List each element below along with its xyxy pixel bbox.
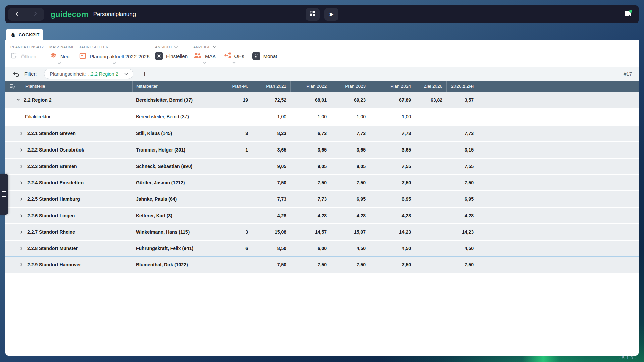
cell-ziel_2026 bbox=[415, 241, 446, 256]
cell-mitarbeiter: Winkelmann, Hans (115) bbox=[132, 224, 221, 240]
column-header-planstelle[interactable]: Planstelle bbox=[5, 81, 132, 92]
table-row[interactable]: 2.2 Region 2Bereichsleiter, Bernd (37)19… bbox=[5, 92, 639, 108]
table-row[interactable]: FilialdirektorBereichsleiter, Bernd (37)… bbox=[5, 108, 639, 125]
column-header-plan_2023[interactable]: Plan 2023 bbox=[331, 81, 370, 92]
back-button[interactable] bbox=[8, 8, 26, 21]
cell-plan_2023: 1,00 bbox=[331, 108, 370, 125]
table-row[interactable]: 2.2.5 Standort HamburgJahnke, Paula (64)… bbox=[5, 190, 639, 207]
yearfilter-button[interactable]: Planung aktuell 2022-2026 bbox=[79, 52, 149, 64]
history-nav bbox=[8, 8, 44, 21]
filter-bar: Filter: Planungseinheit: ..2.2 Region 2 … bbox=[5, 67, 639, 81]
add-filter-button[interactable]: + bbox=[142, 70, 147, 78]
version-label: - 5.1.0 - bbox=[619, 355, 637, 360]
cell-plan_2024: 6,95 bbox=[370, 191, 415, 207]
oes-button[interactable]: OEs bbox=[224, 52, 244, 63]
topbar-divider bbox=[617, 10, 617, 18]
chevron-down-icon bbox=[232, 60, 236, 63]
cell-delta_2026: 7,50 bbox=[446, 257, 478, 273]
column-header-label: Plan 2021 bbox=[266, 84, 286, 89]
table-row[interactable]: 2.2.2 Standort OsnabrückTrommer, Holger … bbox=[5, 141, 639, 158]
cell-mitarbeiter: Trommer, Holger (301) bbox=[132, 142, 221, 158]
cell-delta_2026: 4,50 bbox=[446, 241, 478, 256]
folder-open-icon bbox=[10, 52, 18, 61]
mak-button[interactable]: MAK bbox=[193, 52, 216, 63]
calendar-icon bbox=[79, 52, 87, 61]
cell-plan_2023: 7,73 bbox=[331, 126, 370, 141]
table-row[interactable]: 2.2.1 Standort GrevenStill, Klaus (145)3… bbox=[5, 125, 639, 141]
list-check-icon[interactable] bbox=[10, 83, 16, 89]
chevron-right-icon[interactable] bbox=[19, 181, 24, 185]
column-header-label: Mitarbeiter bbox=[136, 84, 158, 89]
table-row[interactable]: 2.2.7 Standort RheineWinkelmann, Hans (1… bbox=[5, 223, 639, 240]
favorites-button[interactable]: ♥ bbox=[324, 8, 338, 21]
column-header-plan_2021[interactable]: Plan 2021 bbox=[252, 81, 290, 92]
column-header-delta_2026[interactable]: 2026 Δ Ziel bbox=[446, 81, 478, 92]
table-row[interactable]: 2.2.6 Standort LingenKetterer, Karl (3)4… bbox=[5, 207, 639, 223]
settings-button[interactable]: Einstellen bbox=[155, 52, 188, 60]
column-header-mitarbeiter[interactable]: Mitarbeiter bbox=[132, 81, 221, 92]
side-panel-handle[interactable] bbox=[0, 174, 8, 215]
cell-delta_2026: 7,73 bbox=[446, 126, 478, 141]
cell-plan_2021: 1,00 bbox=[252, 108, 290, 125]
record-counter: #17 bbox=[624, 71, 632, 77]
cell-plan_2021: 8,50 bbox=[252, 241, 290, 256]
chevron-right-icon[interactable] bbox=[19, 246, 24, 251]
oes-label: OEs bbox=[234, 53, 244, 59]
cell-delta_2026: 14,23 bbox=[446, 224, 478, 240]
planungseinheit-dropdown[interactable]: Planungseinheit: ..2.2 Region 2 bbox=[44, 69, 133, 79]
table-row[interactable]: 2.2.8 Standort MünsterFührungskraft, Fel… bbox=[5, 240, 639, 256]
cell-plan_m: 3 bbox=[221, 224, 252, 240]
chevron-right-icon[interactable] bbox=[19, 262, 24, 267]
cell-plan_2022: 7,50 bbox=[290, 257, 331, 273]
cell-ziel_2026 bbox=[415, 159, 446, 174]
column-header-plan_m[interactable]: Plan-M. bbox=[221, 81, 252, 92]
chevron-right-icon[interactable] bbox=[19, 197, 24, 201]
column-header-ziel_2026[interactable]: Ziel 2026 bbox=[415, 81, 446, 92]
table-row[interactable]: 2.2.3 Standort BremenSchneck, Sebastian … bbox=[5, 158, 639, 174]
cell-plan_2022: 4,28 bbox=[290, 208, 331, 223]
cell-plan_2024: 4,28 bbox=[370, 208, 415, 223]
cell-plan_2023: 3,65 bbox=[331, 142, 370, 158]
chevron-right-icon[interactable] bbox=[19, 148, 24, 152]
new-button[interactable]: Neu bbox=[49, 52, 70, 64]
cell-plan_2023: 6,95 bbox=[331, 191, 370, 207]
month-label: Monat bbox=[263, 53, 277, 59]
table-row[interactable]: 2.2.4 Standort EmsdettenGürtler, Jasmin … bbox=[5, 174, 639, 190]
chevron-right-icon[interactable] bbox=[19, 164, 24, 169]
cell-planstelle: 2.2.9 Standort Hannover bbox=[5, 257, 132, 273]
toolbar-group-jahresfilter: JAHRESFILTER Planung aktuell 2022-2026 bbox=[79, 40, 149, 64]
cell-plan_m bbox=[221, 257, 252, 273]
chevron-down-icon[interactable] bbox=[16, 98, 20, 102]
cell-plan_2023: 8,05 bbox=[331, 159, 370, 174]
group-label-dropdown[interactable]: ANSICHT bbox=[155, 45, 188, 49]
chevron-right-icon bbox=[33, 11, 38, 17]
column-header-label: Plan 2022 bbox=[306, 84, 327, 89]
cell-ziel_2026 bbox=[415, 224, 446, 240]
chevron-down-icon bbox=[121, 71, 128, 77]
column-header-plan_2022[interactable]: Plan 2022 bbox=[290, 81, 331, 92]
cell-delta_2026: 4,28 bbox=[446, 208, 478, 223]
toolbar-group-anzeige: ANZEIGE MAK bbox=[193, 40, 277, 63]
forward-button[interactable] bbox=[26, 8, 44, 21]
group-label: JAHRESFILTER bbox=[79, 45, 149, 49]
cell-plan_m bbox=[221, 191, 252, 207]
cell-plan_2022: 14,57 bbox=[290, 224, 331, 240]
cell-ziel_2026 bbox=[415, 208, 446, 223]
app-title: Personalplanung bbox=[93, 11, 136, 18]
month-button[interactable]: Monat bbox=[252, 52, 277, 63]
column-header-plan_2024[interactable]: Plan 2024 bbox=[370, 81, 415, 92]
cell-ziel_2026 bbox=[415, 142, 446, 158]
cell-plan_2024: 3,65 bbox=[370, 142, 415, 158]
chevron-right-icon[interactable] bbox=[19, 230, 24, 234]
table-row[interactable]: 2.2.9 Standort HannoverBlumenthal, Dirk … bbox=[5, 256, 639, 273]
cell-plan_2021: 72,52 bbox=[252, 92, 290, 108]
chevron-right-icon[interactable] bbox=[19, 131, 24, 136]
new-label: Neu bbox=[60, 54, 70, 59]
open-button[interactable]: Öffnen bbox=[10, 52, 36, 61]
group-label-dropdown[interactable]: ANZEIGE bbox=[193, 45, 277, 49]
apps-button[interactable] bbox=[306, 8, 320, 21]
tab-cockpit[interactable]: ♞ COCKPIT bbox=[6, 29, 43, 41]
chevron-right-icon[interactable] bbox=[19, 214, 24, 218]
notifications-button[interactable] bbox=[623, 9, 633, 19]
undo-button[interactable] bbox=[12, 71, 20, 77]
